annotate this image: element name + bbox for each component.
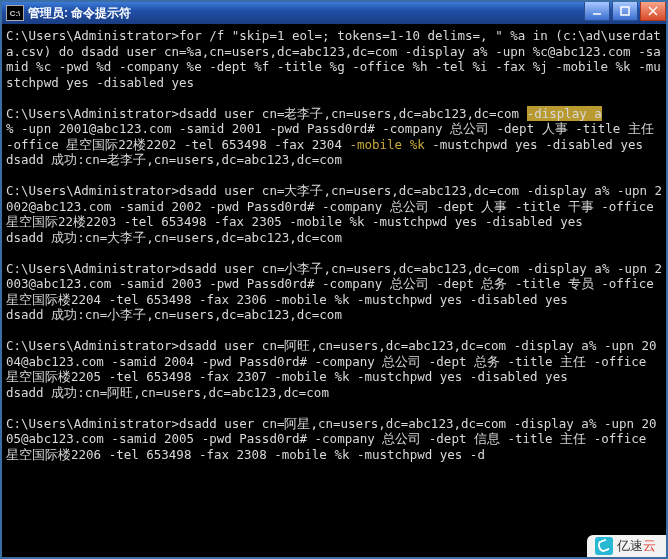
window-buttons: [582, 2, 666, 24]
console-line: [6, 400, 664, 416]
close-button[interactable]: [640, 2, 666, 21]
console-line: dsadd 成功:cn=老李子,cn=users,dc=abc123,dc=co…: [6, 152, 664, 168]
console-line: % -upn 2001@abc123.com -samid 2001 -pwd …: [6, 121, 664, 152]
console-line: C:\Users\Administrator>dsadd user cn=老李子…: [6, 106, 664, 122]
system-menu-icon[interactable]: C:\: [6, 5, 24, 21]
console-line: [6, 168, 664, 184]
console-line: C:\Users\Administrator>dsadd user cn=大李子…: [6, 183, 664, 230]
minimize-button[interactable]: [584, 2, 610, 21]
console-output[interactable]: C:\Users\Administrator>for /f "skip=1 eo…: [2, 24, 666, 557]
console-line: C:\Users\Administrator>dsadd user cn=小李子…: [6, 261, 664, 308]
svg-rect-1: [621, 7, 629, 15]
console-line: C:\Users\Administrator>for /f "skip=1 eo…: [6, 28, 664, 90]
watermark-badge: 亿速云: [587, 535, 666, 557]
titlebar[interactable]: C:\ 管理员: 命令提示符: [2, 2, 666, 24]
watermark-text-suffix: 云: [643, 538, 656, 554]
maximize-button[interactable]: [612, 2, 638, 21]
console-line: [6, 245, 664, 261]
console-line: [6, 323, 664, 339]
window-title: 管理员: 命令提示符: [28, 5, 582, 22]
console-line: dsadd 成功:cn=大李子,cn=users,dc=abc123,dc=co…: [6, 230, 664, 246]
watermark-logo-icon: [595, 537, 613, 555]
console-line: dsadd 成功:cn=阿旺,cn=users,dc=abc123,dc=com: [6, 385, 664, 401]
sysicon-text: C:\: [10, 9, 21, 18]
console-line: [6, 90, 664, 106]
console-line: dsadd 成功:cn=小李子,cn=users,dc=abc123,dc=co…: [6, 307, 664, 323]
console-line: C:\Users\Administrator>dsadd user cn=阿星,…: [6, 416, 664, 463]
watermark-text-prefix: 亿速: [617, 538, 643, 554]
cmd-window: C:\ 管理员: 命令提示符 C:\Users\Administrator>fo…: [0, 0, 668, 559]
console-line: C:\Users\Administrator>dsadd user cn=阿旺,…: [6, 338, 664, 385]
